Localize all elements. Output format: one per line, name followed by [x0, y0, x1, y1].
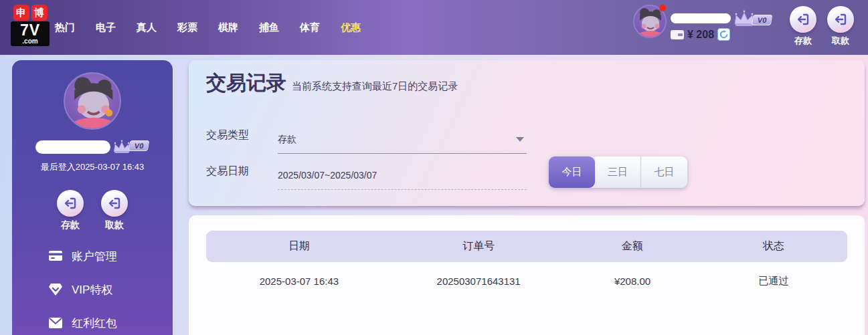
- column-header-status: 状态: [700, 239, 847, 253]
- notification-dot: [659, 5, 666, 11]
- table-row: 2025-03-07 16:43 202503071643131 ¥208.00…: [206, 262, 847, 300]
- sidebar-quick-actions: 存款 取款: [12, 190, 173, 231]
- transaction-date-input[interactable]: 2025/03/07~2025/03/07: [278, 163, 527, 187]
- table-header: 日期 订单号 金额 状态: [206, 231, 847, 262]
- topbar-withdraw-button[interactable]: 取款: [824, 6, 857, 47]
- username-redacted: [35, 140, 110, 154]
- page-subtitle: 当前系统支持查询最近7日的交易记录: [292, 80, 458, 93]
- page-title: 交易记录: [206, 70, 286, 97]
- range-button-today[interactable]: 今日: [549, 156, 595, 188]
- user-info: ¥ 208: [671, 13, 731, 41]
- logo-main-text: 7V: [12, 22, 48, 38]
- deposit-label: 存款: [57, 219, 84, 231]
- sidebar-menu: 账户管理 VIP特权 红利红包: [12, 239, 173, 335]
- date-range-group: 今日 三日 七日: [549, 156, 687, 188]
- envelope-icon: [48, 317, 63, 329]
- nav-item-promotions[interactable]: 优惠: [341, 21, 361, 34]
- nav-item-live[interactable]: 真人: [137, 21, 157, 34]
- range-button-seven-days[interactable]: 七日: [641, 156, 687, 188]
- page: 申 博 7V .com 热门 电子 真人 彩票 棋牌 捕鱼 体育 优惠: [0, 0, 868, 335]
- logo-badge-bo: 博: [31, 5, 48, 21]
- wallet-icon: [671, 30, 684, 39]
- sidebar-item-vip[interactable]: VIP特权: [12, 273, 173, 306]
- balance-row: ¥ 208: [671, 28, 731, 41]
- cell-amount: ¥208.00: [565, 275, 699, 287]
- sidebar-item-bonus[interactable]: 红利红包: [12, 306, 173, 335]
- column-header-date: 日期: [206, 239, 392, 253]
- chevron-down-icon: [516, 137, 524, 142]
- vip-badge: V0: [128, 140, 150, 151]
- username-redacted: [671, 13, 731, 23]
- sidebar: V0 最后登入2025-03-07 16:43 存款: [12, 60, 173, 335]
- vip-diamond-icon: [48, 283, 63, 296]
- transaction-type-select[interactable]: 存款: [278, 127, 527, 151]
- sidebar-avatar[interactable]: [64, 72, 121, 130]
- transaction-date-value: 2025/03/07~2025/03/07: [278, 163, 527, 182]
- withdraw-icon: [101, 190, 128, 217]
- column-header-amount: 金额: [565, 239, 699, 253]
- sidebar-item-account[interactable]: 账户管理: [12, 239, 173, 273]
- withdraw-label: 取款: [824, 35, 857, 47]
- sidebar-withdraw-button[interactable]: 取款: [101, 190, 128, 231]
- transaction-table-card: 日期 订单号 金额 状态 2025-03-07 16:43 2025030716…: [189, 215, 865, 335]
- logo-badges: 申 博: [11, 5, 50, 21]
- column-header-order: 订单号: [392, 239, 566, 253]
- nav-item-lottery[interactable]: 彩票: [177, 21, 197, 34]
- deposit-icon: [790, 6, 816, 33]
- transaction-date-label: 交易日期: [206, 164, 249, 179]
- range-button-three-days[interactable]: 三日: [595, 156, 641, 188]
- logo-sub-text: .com: [12, 38, 48, 45]
- deposit-label: 存款: [787, 35, 819, 47]
- nav-item-slots[interactable]: 电子: [96, 21, 116, 34]
- site-logo[interactable]: 申 博 7V .com: [11, 5, 50, 46]
- page-title-row: 交易记录 当前系统支持查询最近7日的交易记录: [206, 70, 458, 97]
- refresh-balance-icon[interactable]: [717, 28, 730, 41]
- nav-item-fishing[interactable]: 捕鱼: [259, 21, 279, 34]
- balance-amount: ¥ 208: [687, 29, 714, 41]
- vip-level[interactable]: V0: [732, 9, 772, 27]
- last-login-text: 最后登入2025-03-07 16:43: [12, 161, 173, 173]
- date-field-underline: [278, 189, 527, 190]
- avatar-cartoon: [65, 74, 120, 128]
- sidebar-item-label: VIP特权: [72, 282, 112, 298]
- deposit-icon: [57, 190, 84, 217]
- nav-item-sports[interactable]: 体育: [300, 21, 320, 34]
- main-nav: 热门 电子 真人 彩票 棋牌 捕鱼 体育 优惠: [55, 0, 361, 55]
- transaction-type-label: 交易类型: [206, 128, 249, 142]
- cell-status: 已通过: [700, 275, 847, 288]
- topbar-deposit-button[interactable]: 存款: [787, 6, 819, 47]
- vip-badge: V0: [752, 15, 773, 25]
- sidebar-deposit-button[interactable]: 存款: [57, 190, 84, 231]
- user-avatar[interactable]: [633, 5, 667, 38]
- nav-item-cards[interactable]: 棋牌: [218, 21, 238, 34]
- sidebar-item-label: 红利红包: [72, 316, 117, 331]
- nav-item-hot[interactable]: 热门: [55, 21, 75, 34]
- top-navigation-bar: 申 博 7V .com 热门 电子 真人 彩票 棋牌 捕鱼 体育 优惠: [0, 0, 868, 55]
- logo-badge-shen: 申: [13, 5, 29, 21]
- logo-box: 7V .com: [11, 21, 50, 46]
- sidebar-item-label: 账户管理: [72, 249, 117, 264]
- transaction-filters-card: 交易记录 当前系统支持查询最近7日的交易记录 交易类型 存款 交易日期 2025…: [189, 60, 865, 206]
- withdraw-label: 取款: [101, 219, 128, 231]
- sidebar-user-row: V0: [12, 139, 173, 154]
- transaction-type-value: 存款: [278, 127, 527, 146]
- card-icon: [48, 250, 63, 262]
- cell-date: 2025-03-07 16:43: [206, 275, 392, 287]
- withdraw-icon: [827, 6, 854, 33]
- type-field-underline: [278, 153, 527, 154]
- cell-order-number: 202503071643131: [392, 275, 566, 287]
